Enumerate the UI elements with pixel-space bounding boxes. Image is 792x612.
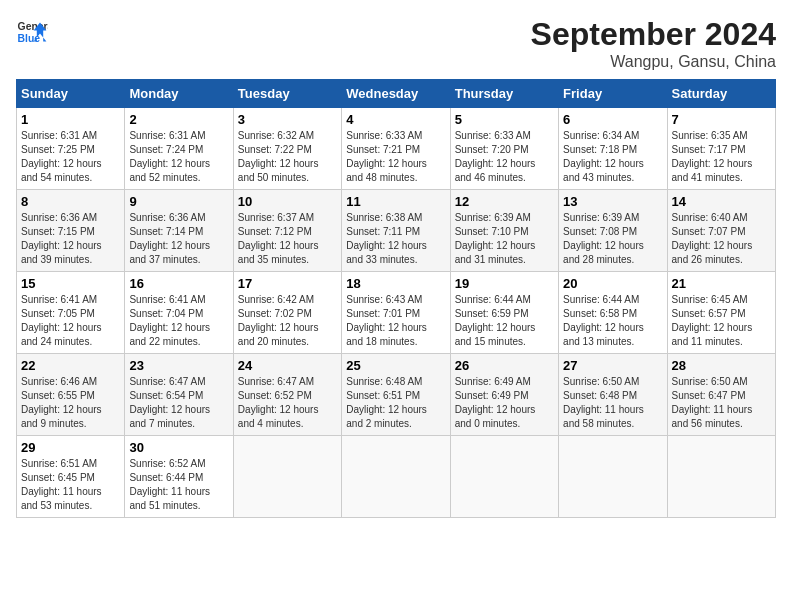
calendar-subtitle: Wangpu, Gansu, China [531,53,776,71]
table-row: 8Sunrise: 6:36 AM Sunset: 7:15 PM Daylig… [17,190,776,272]
day-number: 27 [563,358,662,373]
calendar-title: September 2024 [531,16,776,53]
list-item [233,436,341,518]
day-info: Sunrise: 6:44 AM Sunset: 6:58 PM Dayligh… [563,293,662,349]
logo: General Blue [16,16,48,48]
day-number: 22 [21,358,120,373]
day-info: Sunrise: 6:49 AM Sunset: 6:49 PM Dayligh… [455,375,554,431]
day-info: Sunrise: 6:51 AM Sunset: 6:45 PM Dayligh… [21,457,120,513]
day-number: 14 [672,194,771,209]
list-item [559,436,667,518]
day-number: 26 [455,358,554,373]
list-item: 22Sunrise: 6:46 AM Sunset: 6:55 PM Dayli… [17,354,125,436]
table-row: 29Sunrise: 6:51 AM Sunset: 6:45 PM Dayli… [17,436,776,518]
list-item: 2Sunrise: 6:31 AM Sunset: 7:24 PM Daylig… [125,108,233,190]
list-item: 27Sunrise: 6:50 AM Sunset: 6:48 PM Dayli… [559,354,667,436]
day-info: Sunrise: 6:50 AM Sunset: 6:47 PM Dayligh… [672,375,771,431]
table-row: 22Sunrise: 6:46 AM Sunset: 6:55 PM Dayli… [17,354,776,436]
list-item: 7Sunrise: 6:35 AM Sunset: 7:17 PM Daylig… [667,108,775,190]
day-number: 18 [346,276,445,291]
day-info: Sunrise: 6:36 AM Sunset: 7:14 PM Dayligh… [129,211,228,267]
list-item [667,436,775,518]
day-info: Sunrise: 6:47 AM Sunset: 6:54 PM Dayligh… [129,375,228,431]
list-item: 8Sunrise: 6:36 AM Sunset: 7:15 PM Daylig… [17,190,125,272]
list-item: 12Sunrise: 6:39 AM Sunset: 7:10 PM Dayli… [450,190,558,272]
day-info: Sunrise: 6:42 AM Sunset: 7:02 PM Dayligh… [238,293,337,349]
day-info: Sunrise: 6:41 AM Sunset: 7:05 PM Dayligh… [21,293,120,349]
list-item: 6Sunrise: 6:34 AM Sunset: 7:18 PM Daylig… [559,108,667,190]
list-item: 5Sunrise: 6:33 AM Sunset: 7:20 PM Daylig… [450,108,558,190]
calendar-table: Sunday Monday Tuesday Wednesday Thursday… [16,79,776,518]
day-info: Sunrise: 6:37 AM Sunset: 7:12 PM Dayligh… [238,211,337,267]
list-item: 11Sunrise: 6:38 AM Sunset: 7:11 PM Dayli… [342,190,450,272]
col-sunday: Sunday [17,80,125,108]
day-number: 16 [129,276,228,291]
day-info: Sunrise: 6:33 AM Sunset: 7:20 PM Dayligh… [455,129,554,185]
list-item: 28Sunrise: 6:50 AM Sunset: 6:47 PM Dayli… [667,354,775,436]
page-header: General Blue September 2024 Wangpu, Gans… [16,16,776,71]
day-info: Sunrise: 6:39 AM Sunset: 7:08 PM Dayligh… [563,211,662,267]
day-number: 21 [672,276,771,291]
day-number: 20 [563,276,662,291]
list-item: 14Sunrise: 6:40 AM Sunset: 7:07 PM Dayli… [667,190,775,272]
day-number: 13 [563,194,662,209]
day-number: 9 [129,194,228,209]
list-item: 17Sunrise: 6:42 AM Sunset: 7:02 PM Dayli… [233,272,341,354]
day-number: 19 [455,276,554,291]
day-number: 17 [238,276,337,291]
list-item: 19Sunrise: 6:44 AM Sunset: 6:59 PM Dayli… [450,272,558,354]
day-info: Sunrise: 6:36 AM Sunset: 7:15 PM Dayligh… [21,211,120,267]
logo-icon: General Blue [16,16,48,48]
day-info: Sunrise: 6:43 AM Sunset: 7:01 PM Dayligh… [346,293,445,349]
day-info: Sunrise: 6:52 AM Sunset: 6:44 PM Dayligh… [129,457,228,513]
day-number: 1 [21,112,120,127]
day-info: Sunrise: 6:41 AM Sunset: 7:04 PM Dayligh… [129,293,228,349]
day-info: Sunrise: 6:38 AM Sunset: 7:11 PM Dayligh… [346,211,445,267]
col-wednesday: Wednesday [342,80,450,108]
list-item: 26Sunrise: 6:49 AM Sunset: 6:49 PM Dayli… [450,354,558,436]
list-item: 1Sunrise: 6:31 AM Sunset: 7:25 PM Daylig… [17,108,125,190]
list-item: 13Sunrise: 6:39 AM Sunset: 7:08 PM Dayli… [559,190,667,272]
table-row: 1Sunrise: 6:31 AM Sunset: 7:25 PM Daylig… [17,108,776,190]
day-info: Sunrise: 6:31 AM Sunset: 7:24 PM Dayligh… [129,129,228,185]
day-number: 23 [129,358,228,373]
day-info: Sunrise: 6:33 AM Sunset: 7:21 PM Dayligh… [346,129,445,185]
list-item: 3Sunrise: 6:32 AM Sunset: 7:22 PM Daylig… [233,108,341,190]
list-item [450,436,558,518]
day-number: 6 [563,112,662,127]
day-info: Sunrise: 6:31 AM Sunset: 7:25 PM Dayligh… [21,129,120,185]
list-item: 29Sunrise: 6:51 AM Sunset: 6:45 PM Dayli… [17,436,125,518]
day-info: Sunrise: 6:46 AM Sunset: 6:55 PM Dayligh… [21,375,120,431]
header-row: Sunday Monday Tuesday Wednesday Thursday… [17,80,776,108]
day-number: 29 [21,440,120,455]
list-item: 20Sunrise: 6:44 AM Sunset: 6:58 PM Dayli… [559,272,667,354]
col-tuesday: Tuesday [233,80,341,108]
day-number: 11 [346,194,445,209]
day-info: Sunrise: 6:32 AM Sunset: 7:22 PM Dayligh… [238,129,337,185]
col-saturday: Saturday [667,80,775,108]
list-item: 25Sunrise: 6:48 AM Sunset: 6:51 PM Dayli… [342,354,450,436]
col-thursday: Thursday [450,80,558,108]
list-item: 24Sunrise: 6:47 AM Sunset: 6:52 PM Dayli… [233,354,341,436]
day-info: Sunrise: 6:48 AM Sunset: 6:51 PM Dayligh… [346,375,445,431]
list-item: 10Sunrise: 6:37 AM Sunset: 7:12 PM Dayli… [233,190,341,272]
list-item: 23Sunrise: 6:47 AM Sunset: 6:54 PM Dayli… [125,354,233,436]
day-info: Sunrise: 6:50 AM Sunset: 6:48 PM Dayligh… [563,375,662,431]
day-number: 3 [238,112,337,127]
day-number: 12 [455,194,554,209]
day-number: 15 [21,276,120,291]
day-number: 8 [21,194,120,209]
day-number: 2 [129,112,228,127]
list-item: 9Sunrise: 6:36 AM Sunset: 7:14 PM Daylig… [125,190,233,272]
list-item: 15Sunrise: 6:41 AM Sunset: 7:05 PM Dayli… [17,272,125,354]
day-info: Sunrise: 6:34 AM Sunset: 7:18 PM Dayligh… [563,129,662,185]
day-info: Sunrise: 6:45 AM Sunset: 6:57 PM Dayligh… [672,293,771,349]
list-item: 21Sunrise: 6:45 AM Sunset: 6:57 PM Dayli… [667,272,775,354]
list-item: 4Sunrise: 6:33 AM Sunset: 7:21 PM Daylig… [342,108,450,190]
title-block: September 2024 Wangpu, Gansu, China [531,16,776,71]
list-item: 30Sunrise: 6:52 AM Sunset: 6:44 PM Dayli… [125,436,233,518]
day-number: 4 [346,112,445,127]
day-info: Sunrise: 6:40 AM Sunset: 7:07 PM Dayligh… [672,211,771,267]
day-info: Sunrise: 6:35 AM Sunset: 7:17 PM Dayligh… [672,129,771,185]
day-number: 28 [672,358,771,373]
